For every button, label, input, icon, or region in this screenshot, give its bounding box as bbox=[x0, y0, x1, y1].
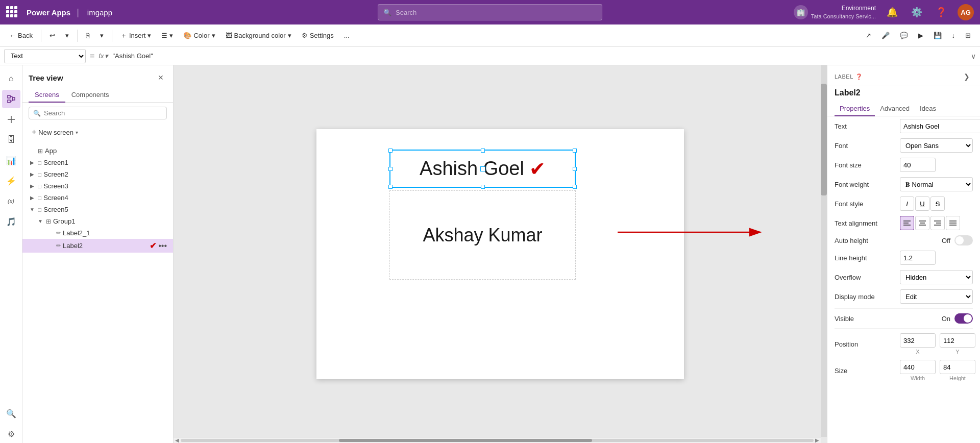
prop-lineheight-input[interactable] bbox=[900, 251, 936, 265]
tree-item-screen2[interactable]: ▶ □ Screen2 bbox=[22, 168, 173, 180]
fx-dropdown[interactable]: ▾ bbox=[105, 52, 108, 60]
sidebar-tree-button[interactable] bbox=[2, 90, 20, 108]
h-scroll-right-arrow[interactable]: ▶ bbox=[814, 437, 821, 443]
save-button[interactable]: 💾 bbox=[929, 30, 946, 41]
tree-item-screen1[interactable]: ▶ □ Screen1 bbox=[22, 157, 173, 168]
sidebar-insert-button[interactable] bbox=[2, 110, 20, 129]
help-button[interactable]: ❓ bbox=[933, 4, 949, 20]
download-button[interactable]: ↓ bbox=[948, 30, 960, 41]
tab-components[interactable]: Components bbox=[65, 88, 115, 103]
settings-icon: ⚙ bbox=[302, 32, 308, 39]
prop-position-y[interactable] bbox=[940, 333, 975, 348]
waffle-menu[interactable] bbox=[6, 6, 18, 18]
formula-expand-button[interactable]: ∨ bbox=[971, 52, 976, 60]
settings-toolbar-button[interactable]: ⚙ Settings bbox=[298, 30, 338, 41]
handle-bl[interactable] bbox=[388, 185, 393, 189]
prop-text-input[interactable] bbox=[900, 119, 980, 133]
handle-br[interactable] bbox=[573, 185, 577, 189]
label2-more-button[interactable]: ••• bbox=[158, 241, 167, 251]
label2-canvas[interactable]: Ashish Goel ✔ bbox=[389, 150, 576, 188]
tree-item-label2[interactable]: ✏ Label2 ✔ ••• bbox=[22, 239, 173, 253]
undo-button[interactable]: ↩ bbox=[45, 30, 59, 41]
mic-button[interactable]: 🎤 bbox=[877, 30, 894, 41]
tree-item-screen4[interactable]: ▶ □ Screen4 bbox=[22, 192, 173, 204]
align-left-button[interactable] bbox=[900, 216, 914, 230]
prop-displaymode-select[interactable]: Edit View Disabled bbox=[900, 289, 973, 304]
layout-button[interactable]: ☰ ▾ bbox=[157, 30, 177, 41]
formula-input[interactable] bbox=[112, 49, 967, 63]
canvas-v-thumb[interactable] bbox=[821, 84, 827, 195]
color-button[interactable]: 🎨 Color ▾ bbox=[179, 30, 219, 41]
prop-font-select[interactable]: Open Sans bbox=[900, 138, 973, 153]
app-icon: ⊞ bbox=[38, 147, 43, 155]
new-screen-button[interactable]: + New screen ▾ bbox=[29, 126, 81, 139]
visible-toggle[interactable] bbox=[954, 313, 973, 324]
sidebar-power-button[interactable]: ⚡ bbox=[2, 171, 20, 190]
align-right-button[interactable] bbox=[930, 216, 945, 230]
copy-button[interactable]: ⎘ bbox=[82, 30, 94, 41]
align-justify-button[interactable] bbox=[946, 216, 960, 230]
prop-help-icon[interactable]: ❓ bbox=[855, 73, 863, 80]
tree-item-group1[interactable]: ▼ ⊞ Group1 bbox=[22, 215, 173, 227]
handle-bc[interactable] bbox=[481, 185, 485, 189]
tab-screens[interactable]: Screens bbox=[29, 88, 65, 103]
property-selector[interactable]: Text bbox=[4, 49, 86, 63]
autoheight-toggle[interactable] bbox=[954, 235, 973, 245]
prop-size-w[interactable] bbox=[900, 360, 936, 374]
prop-fontweight-select[interactable]: 𝐁 Normal 𝐁 Bold bbox=[900, 177, 973, 191]
sidebar-settings-bottom-button[interactable]: ⚙ bbox=[2, 425, 20, 443]
prop-tab-properties[interactable]: Properties bbox=[835, 102, 875, 116]
sidebar-data-button[interactable]: 🗄 bbox=[2, 131, 20, 149]
settings-button[interactable]: ⚙️ bbox=[909, 4, 925, 20]
prop-fontsize-input[interactable] bbox=[900, 158, 936, 172]
handle-ml[interactable] bbox=[388, 167, 393, 171]
sidebar-media-button[interactable]: 🎵 bbox=[2, 212, 20, 231]
canvas-h-scrollbar[interactable]: ◀ ▶ bbox=[174, 437, 821, 443]
handle-tc[interactable] bbox=[481, 149, 485, 153]
italic-button[interactable]: I bbox=[900, 196, 914, 211]
bg-color-button[interactable]: 🖼 Background color ▾ bbox=[222, 30, 296, 41]
user-avatar[interactable]: AG bbox=[958, 4, 974, 20]
prop-tab-advanced[interactable]: Advanced bbox=[875, 102, 915, 116]
env-label: Environment bbox=[811, 5, 876, 13]
tree-close-button[interactable]: ✕ bbox=[155, 71, 167, 84]
global-search[interactable]: 🔍 Search bbox=[378, 4, 602, 20]
tree-item-screen3[interactable]: ▶ □ Screen3 bbox=[22, 180, 173, 192]
notifications-button[interactable]: 🔔 bbox=[884, 4, 900, 20]
tree-search-input[interactable] bbox=[44, 109, 162, 117]
canvas-v-scrollbar[interactable] bbox=[821, 65, 827, 437]
handle-mr[interactable] bbox=[573, 167, 577, 171]
sidebar-variable-button[interactable]: (x) bbox=[2, 192, 20, 210]
undo-dropdown[interactable]: ▾ bbox=[61, 30, 73, 41]
label2-1-canvas[interactable]: Akshay Kumar bbox=[389, 190, 576, 280]
underline-button[interactable]: U bbox=[915, 196, 929, 211]
handle-tl[interactable] bbox=[388, 149, 393, 153]
tree-item-screen5[interactable]: ▼ □ Screen5 bbox=[22, 204, 173, 215]
play-button[interactable]: ▶ bbox=[914, 30, 927, 41]
sidebar-analytics-button[interactable]: 📊 bbox=[2, 151, 20, 169]
align-center-button[interactable] bbox=[915, 216, 929, 230]
tree-item-label2-1[interactable]: ✏ Label2_1 bbox=[22, 227, 173, 239]
h-scroll-left-arrow[interactable]: ◀ bbox=[174, 437, 181, 443]
prop-position-x[interactable] bbox=[900, 333, 936, 348]
share-button[interactable]: ↗ bbox=[862, 30, 875, 41]
more-button[interactable]: ... bbox=[340, 30, 354, 41]
insert-button[interactable]: ＋ Insert ▾ bbox=[116, 29, 156, 42]
new-screen-dropdown[interactable]: ▾ bbox=[76, 130, 78, 135]
prop-fontstyle-label: Font style bbox=[835, 200, 896, 208]
sidebar-search-bottom-button[interactable]: 🔍 bbox=[2, 404, 20, 423]
panel-toggle-button[interactable]: ⊞ bbox=[961, 30, 975, 41]
prop-overflow-select[interactable]: Hidden Scroll bbox=[900, 270, 973, 284]
back-button[interactable]: ← Back bbox=[5, 30, 37, 41]
tree-item-app[interactable]: ⊞ App bbox=[22, 145, 173, 157]
comment-button[interactable]: 💬 bbox=[896, 30, 912, 41]
sidebar-home-button[interactable]: ⌂ bbox=[2, 69, 20, 88]
h-scroll-thumb[interactable] bbox=[339, 439, 592, 442]
prop-tab-ideas[interactable]: Ideas bbox=[915, 102, 941, 116]
copy-dropdown[interactable]: ▾ bbox=[96, 30, 108, 41]
prop-size-h[interactable] bbox=[940, 360, 975, 374]
prop-row-fontsize: Font size bbox=[827, 155, 980, 175]
strikethrough-button[interactable]: S bbox=[930, 196, 945, 211]
prop-expand-button[interactable]: ❯ bbox=[961, 70, 973, 83]
handle-tr[interactable] bbox=[573, 149, 577, 153]
